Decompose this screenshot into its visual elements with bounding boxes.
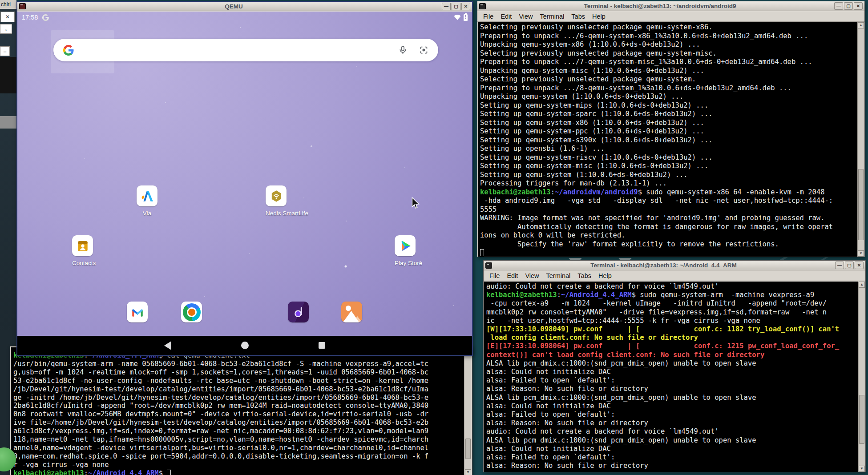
status-bar: 17:58 !: [17, 12, 472, 23]
terminal-output: audio: Could not create a backend for vo…: [484, 282, 858, 472]
minimize-button[interactable]: —: [835, 262, 844, 269]
close-button[interactable]: ✕: [855, 262, 864, 269]
qemu-app-icon: [19, 3, 26, 9]
menu-item-view[interactable]: View: [522, 271, 542, 280]
d-app-logo-icon: [292, 306, 305, 319]
scrollbar[interactable]: ▲ ▼: [858, 282, 865, 472]
chrome-logo-icon: [183, 303, 201, 321]
google-g-grey-icon: [42, 14, 49, 21]
app-label: Contacts: [72, 260, 93, 266]
scroll-thumb[interactable]: [859, 395, 864, 444]
scroll-down-button[interactable]: ▼: [858, 250, 864, 257]
menu-item-help[interactable]: Help: [595, 271, 615, 280]
qemu-window: QEMU — ▢ ✕ 17:58 !: [16, 1, 473, 356]
app-icon-play-store[interactable]: Play Store: [395, 235, 416, 266]
terminal-output: kelbachi@zabeth13:~/Android_4.4_ARM$ cat…: [11, 347, 464, 475]
minimize-button[interactable]: —: [834, 2, 843, 10]
nav-home-button[interactable]: [241, 342, 249, 349]
window-title: QEMU: [28, 3, 440, 10]
occluded-panel: [0, 57, 16, 93]
terminal-back-window: kelbachi@zabeth13:~/Android_4.4_ARM$ cat…: [10, 346, 472, 475]
nedis-logo-icon: [270, 189, 283, 203]
menu-bar: FileEditViewTerminalTabsHelp: [477, 11, 864, 22]
menu-item-edit[interactable]: Edit: [497, 12, 515, 21]
nav-back-button[interactable]: [164, 341, 171, 350]
chevron-down-icon[interactable]: ⌄: [0, 24, 12, 34]
app-icon-contacts[interactable]: Contacts: [72, 235, 93, 266]
menu-item-file[interactable]: File: [480, 12, 497, 21]
scroll-thumb[interactable]: [465, 439, 471, 459]
dock-icon-photos[interactable]: [341, 302, 362, 322]
app-icon-nedis-smartlife[interactable]: Nedis SmartLife: [266, 185, 287, 217]
menu-item-terminal[interactable]: Terminal: [543, 271, 574, 280]
maximize-button[interactable]: ▢: [845, 262, 854, 269]
scroll-thumb[interactable]: [858, 169, 864, 240]
photos-logo-icon: [341, 302, 362, 322]
play-store-logo-icon: [399, 239, 412, 253]
scroll-up-button[interactable]: ▲: [858, 22, 864, 28]
nav-recents-button[interactable]: [319, 342, 325, 349]
hamburger-menu-icon[interactable]: ≡: [0, 46, 10, 56]
dock-icon-chrome[interactable]: [181, 302, 202, 322]
qemu-titlebar[interactable]: QEMU — ▢ ✕: [17, 2, 472, 11]
terminal-app-icon: [485, 262, 492, 269]
close-button[interactable]: ✕: [854, 2, 863, 10]
occluded-window-title: chiri: [0, 0, 16, 9]
app-label: Via: [137, 210, 157, 217]
terminal-titlebar[interactable]: Terminal - kelbachi@zabeth13: ~/Android_…: [484, 261, 865, 270]
nav-bar: [17, 336, 472, 355]
menu-item-view[interactable]: View: [516, 12, 536, 21]
dock-icon-gmail[interactable]: [127, 302, 148, 322]
window-title: Terminal - kelbachi@zabeth13: ~/Android_…: [494, 262, 833, 269]
via-logo-icon: [141, 189, 154, 203]
app-icon-via[interactable]: Via: [137, 185, 157, 217]
terminal-top-window: Terminal - kelbachi@zabeth13: ~/androidv…: [477, 1, 865, 257]
mic-icon[interactable]: [398, 45, 408, 55]
menu-item-tabs[interactable]: Tabs: [574, 271, 594, 280]
google-logo-icon: [63, 45, 74, 56]
menu-item-file[interactable]: File: [486, 271, 503, 280]
scroll-up-button[interactable]: ▲: [859, 282, 865, 288]
terminal-app-icon: [479, 3, 486, 9]
maximize-button[interactable]: ▢: [452, 3, 460, 10]
close-button[interactable]: ✕: [461, 3, 470, 10]
menu-bar: FileEditViewTerminalTabsHelp: [484, 270, 865, 281]
android-screen: 17:58 !: [17, 12, 472, 355]
lens-icon[interactable]: [419, 45, 428, 55]
scroll-down-button[interactable]: ▼: [859, 466, 865, 472]
app-label: Nedis SmartLife: [266, 210, 287, 217]
minimize-button[interactable]: —: [442, 3, 451, 10]
gmail-logo-icon: [130, 305, 145, 319]
close-icon[interactable]: ✕: [0, 12, 15, 22]
dock-icon-d-player[interactable]: [288, 302, 309, 322]
contacts-logo-icon: [76, 239, 89, 253]
terminal-titlebar[interactable]: Terminal - kelbachi@zabeth13: ~/androidv…: [477, 1, 864, 11]
menu-item-edit[interactable]: Edit: [504, 271, 521, 280]
menu-item-help[interactable]: Help: [589, 12, 609, 21]
terminal-bottom-window: Terminal - kelbachi@zabeth13: ~/Android_…: [483, 260, 866, 472]
app-label: Play Store: [395, 260, 416, 266]
scrollbar[interactable]: ▲ ▼: [857, 22, 864, 257]
occluded-row: [0, 116, 16, 129]
menu-item-terminal[interactable]: Terminal: [537, 12, 568, 21]
scroll-down-button[interactable]: ▼: [465, 469, 471, 475]
menu-item-tabs[interactable]: Tabs: [568, 12, 588, 21]
search-bar[interactable]: [53, 39, 438, 61]
status-time: 17:58: [22, 14, 38, 21]
battery-alert-icon: !: [464, 14, 468, 21]
mouse-cursor: [412, 197, 420, 209]
wifi-icon: [454, 15, 461, 20]
terminal-output: Selecting previously unselected package …: [478, 22, 857, 257]
desktop: { "left_strip": { "title_fragment": "chi…: [0, 0, 868, 475]
maximize-button[interactable]: ▢: [844, 2, 853, 10]
window-title: Terminal - kelbachi@zabeth13: ~/androidv…: [488, 3, 832, 9]
scrollbar[interactable]: ▼: [464, 347, 471, 475]
